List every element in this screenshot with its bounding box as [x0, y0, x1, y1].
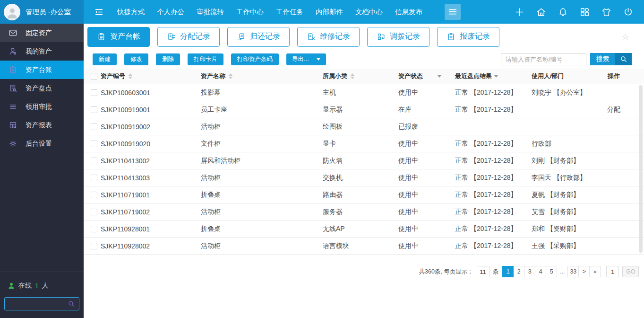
sidebar-item[interactable]: 我的资产 — [0, 42, 84, 61]
asset-search-input[interactable] — [501, 53, 586, 65]
sort-icon[interactable] — [351, 73, 354, 79]
apps-icon[interactable] — [579, 7, 590, 18]
cell-category: 语言模块 — [323, 242, 398, 250]
nav-item[interactable]: 信息发布 — [395, 8, 422, 17]
row-checkbox[interactable] — [91, 106, 97, 113]
table-row[interactable]: SJKP100603001 投影幕 主机 使用中 正常 【2017-12-28】… — [84, 84, 644, 101]
tab[interactable]: 归还记录 — [227, 27, 290, 47]
mail-icon — [9, 28, 17, 37]
online-status: 在线 1 人 — [4, 282, 79, 290]
nav-item[interactable]: 个人办公 — [157, 8, 184, 17]
toolbar-button[interactable]: 打印卡片 — [188, 53, 223, 65]
sidebar-item[interactable]: 后台设置 — [0, 134, 84, 153]
search-icon — [615, 53, 632, 65]
tab[interactable]: 资产台帐 — [87, 27, 150, 47]
sidebar-item[interactable]: 资产台账 — [0, 61, 84, 79]
tab[interactable]: 分配记录 — [157, 27, 220, 47]
sidebar-item[interactable]: 固定资产 — [0, 24, 84, 42]
sidebar-item[interactable]: 领用审批 — [0, 97, 84, 116]
sort-icon[interactable] — [129, 73, 132, 79]
select-all-checkbox[interactable] — [91, 73, 97, 80]
column-header[interactable]: 资产状态 — [398, 72, 455, 80]
sidebar-item[interactable]: 资产盘点 — [0, 79, 84, 97]
page-button[interactable]: 4 — [535, 266, 546, 277]
toolbar-button[interactable]: 打印资产条码 — [231, 53, 279, 65]
power-icon[interactable] — [623, 7, 634, 18]
home-icon[interactable] — [536, 7, 547, 18]
row-checkbox[interactable] — [91, 89, 97, 96]
table-row[interactable]: SJKP100919020 文件柜 显卡 使用中 正常 【2017-12-28】… — [84, 135, 644, 152]
user-area[interactable]: 管理员 -办公室 — [0, 0, 84, 24]
column-header[interactable]: 资产编号 — [101, 72, 201, 80]
column-header[interactable]: 最近盘点结果 — [455, 72, 532, 80]
favorite-star-icon[interactable]: ☆ — [622, 33, 629, 41]
avatar[interactable] — [4, 4, 20, 20]
nav-item[interactable]: 内部邮件 — [316, 8, 343, 17]
cell-check-result: 正常 【2017-12-28】 — [455, 208, 532, 216]
table-scrollbar[interactable] — [639, 85, 643, 253]
menu-icon[interactable] — [445, 4, 461, 20]
sidebar-item[interactable]: 资产报表 — [0, 116, 84, 134]
page-button[interactable]: » — [589, 266, 601, 277]
column-header[interactable]: 使用人/部门 — [532, 72, 598, 80]
tab[interactable]: 维修记录 — [297, 27, 360, 47]
toolbar-button[interactable]: 删除 — [156, 53, 180, 65]
cell-asset-name: 投影幕 — [201, 88, 323, 97]
column-header[interactable]: 操作 — [598, 72, 644, 80]
page-button[interactable]: ... — [557, 266, 568, 277]
cell-operation-link[interactable]: 分配 — [598, 106, 644, 114]
toolbar-button[interactable]: 修改 — [124, 53, 148, 65]
sidebar-collapse-icon[interactable] — [94, 7, 104, 18]
table-row[interactable]: SJKP110928001 折叠桌 无线AP 使用中 正常 【2017-12-2… — [84, 221, 644, 238]
row-checkbox[interactable] — [91, 209, 97, 215]
nav-item[interactable]: 审批流转 — [197, 8, 224, 17]
export-button[interactable]: 导出... — [286, 53, 326, 65]
page-button[interactable]: > — [578, 266, 590, 277]
sidebar-search-input[interactable] — [9, 300, 68, 308]
page-button[interactable]: 33 — [567, 266, 579, 277]
table-row[interactable]: SJKP110413003 活动柜 交换机 使用中 正常 【2017-12-28… — [84, 169, 644, 186]
table-row[interactable]: SJKP100919001 员工卡座 显示器 在库 正常 【2017-12-28… — [84, 101, 644, 118]
row-checkbox[interactable] — [91, 158, 97, 164]
row-checkbox[interactable] — [91, 243, 97, 249]
cell-user-department: 刘晓宇 【办公室】 — [532, 88, 598, 97]
column-header[interactable]: 所属小类 — [323, 72, 398, 80]
cell-asset-code: SJKP110413003 — [101, 174, 201, 182]
go-button[interactable]: GO — [622, 266, 639, 277]
nav-item[interactable]: 工作任务 — [276, 8, 303, 17]
table-row[interactable]: SJKP110719001 折叠桌 路由器 使用中 正常 【2017-12-28… — [84, 186, 644, 203]
row-checkbox[interactable] — [91, 175, 97, 181]
row-checkbox[interactable] — [91, 124, 97, 130]
theme-shirt-icon[interactable] — [601, 7, 612, 18]
page-button[interactable]: 2 — [513, 266, 524, 277]
filter-caret-icon[interactable] — [438, 75, 441, 78]
filter-caret-icon[interactable] — [494, 75, 498, 78]
tab[interactable]: 报废记录 — [437, 27, 499, 47]
table-row[interactable]: SJKP100919002 活动柜 绘图板 已报废 — [84, 118, 644, 135]
nav-item[interactable]: 快捷方式 — [117, 8, 145, 17]
nav-item[interactable]: 工作中心 — [236, 8, 264, 17]
toolbar-button[interactable]: 新建 — [93, 53, 117, 65]
search-button[interactable]: 搜索 — [590, 53, 632, 65]
sidebar-search-icon[interactable] — [68, 300, 75, 308]
nav-item[interactable]: 文档中心 — [355, 8, 383, 17]
sort-icon[interactable] — [229, 73, 232, 79]
plus-icon[interactable] — [514, 7, 525, 18]
row-checkbox[interactable] — [91, 192, 97, 198]
cell-category: 交换机 — [323, 174, 398, 182]
per-page-input[interactable] — [477, 266, 489, 277]
row-checkbox[interactable] — [91, 226, 97, 232]
table-row[interactable]: SJKP110928002 活动柜 语言模块 使用中 正常 【2017-12-2… — [84, 238, 644, 255]
goto-page-input[interactable] — [606, 266, 619, 277]
table-row[interactable]: SJKP110719002 活动柜 服务器 使用中 正常 【2017-12-28… — [84, 203, 644, 221]
cell-asset-code: SJKP110719001 — [101, 191, 201, 199]
bell-icon[interactable] — [558, 7, 568, 18]
page-button[interactable]: 3 — [524, 266, 535, 277]
column-header[interactable]: 资产名称 — [201, 72, 323, 80]
tab[interactable]: 调拨记录 — [367, 27, 429, 47]
page-button[interactable]: 1 — [502, 266, 514, 277]
user-icon — [9, 47, 17, 56]
table-row[interactable]: SJKP110413002 屏风和活动柜 防火墙 使用中 正常 【2017-12… — [84, 152, 644, 169]
page-button[interactable]: 5 — [546, 266, 557, 277]
row-checkbox[interactable] — [91, 141, 97, 147]
